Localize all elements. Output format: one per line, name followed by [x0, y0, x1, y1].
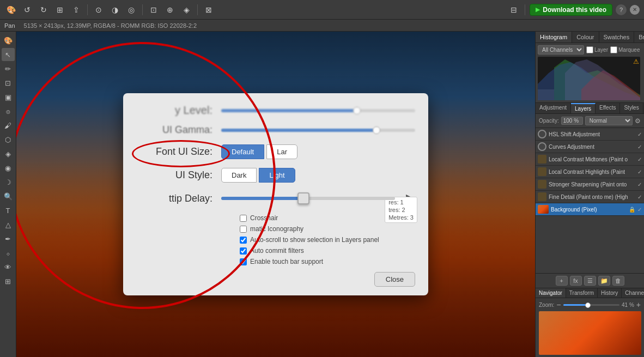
separator-3 — [197, 4, 198, 15]
layer-check: ✓ — [637, 169, 642, 175]
redo-icon[interactable]: ↻ — [37, 3, 50, 16]
zoom-slider[interactable] — [563, 304, 619, 306]
tool-fill[interactable]: ⬡ — [2, 133, 15, 146]
view-icon[interactable]: ⊞ — [53, 3, 66, 16]
navigator-tabs: Navigator Transform History Channels — [536, 288, 644, 298]
layer-item[interactable]: Stronger Sharpening (Paint onto ✓ — [536, 178, 644, 191]
folder-button[interactable]: 📁 — [598, 276, 610, 286]
iconography-checkbox[interactable] — [240, 226, 247, 233]
download-video-button[interactable]: Download this video — [530, 4, 612, 16]
tab-layers[interactable]: Layers — [571, 103, 596, 113]
zoom-plus-button[interactable]: + — [636, 300, 641, 309]
autoscroll-checkbox[interactable] — [240, 237, 247, 244]
tip-delay-slider[interactable] — [221, 197, 395, 200]
touchbar-checkbox[interactable] — [240, 258, 247, 265]
select-icon[interactable]: ⊕ — [163, 3, 177, 16]
tab-swatches[interactable]: Swatches — [599, 32, 635, 43]
separator-2 — [142, 4, 143, 15]
tab-effects[interactable]: Effects — [596, 103, 620, 113]
channel-select[interactable]: All Channels — [538, 45, 584, 55]
affinity-icon[interactable]: 🎨 — [4, 3, 17, 16]
autocommit-checkbox[interactable] — [240, 247, 247, 255]
tool-dodge[interactable]: ☽ — [2, 176, 15, 189]
layer-item-background[interactable]: Background (Pixel) 🔒 ✓ — [536, 203, 644, 216]
gear-icon[interactable]: ⚙ — [635, 117, 641, 125]
tool-type[interactable]: T — [2, 204, 15, 217]
histogram-area: All Channels Layer Marquee ⚠ — [536, 43, 644, 103]
tab-histogram[interactable]: Histogram — [536, 32, 572, 43]
mask-button[interactable]: ☰ — [584, 276, 596, 286]
tool-zoom[interactable]: 🔍 — [2, 190, 15, 203]
layer-name-bg: Background (Pixel) — [551, 207, 627, 213]
tool-crop-left[interactable]: ⊡ — [2, 76, 15, 89]
zoom-minus-button[interactable]: − — [556, 300, 561, 309]
tool-pointer[interactable]: ↖ — [2, 48, 15, 61]
levels-icon[interactable]: ◑ — [108, 3, 121, 16]
layer-item[interactable]: Local Contrast Highlights (Paint ✓ — [536, 166, 644, 178]
tool-pen[interactable]: ✒ — [2, 232, 15, 245]
layer-check: ✓ — [637, 194, 642, 200]
layer-name: Stronger Sharpening (Paint onto — [549, 181, 635, 187]
layer-item[interactable]: HSL Shift Adjustment ✓ — [536, 128, 644, 141]
zoom-slider-thumb[interactable] — [585, 302, 591, 308]
font-large-button[interactable]: Lar — [266, 144, 297, 159]
layer-check: ✓ — [637, 156, 642, 162]
layer-item[interactable]: Fine Detail (Paint onto me) (High ✓ — [536, 191, 644, 203]
ui-dark-button[interactable]: Dark — [221, 168, 257, 183]
layer-checkbox[interactable] — [586, 46, 593, 53]
zoom-tool-icon[interactable]: ⊠ — [202, 3, 215, 16]
tab-transform[interactable]: Transform — [566, 288, 598, 298]
metres-2: tres: 2 — [388, 206, 414, 214]
share-icon[interactable]: ⇪ — [70, 3, 83, 16]
layer-item[interactable]: Curves Adjustment ✓ — [536, 141, 644, 153]
tool-affinity[interactable]: 🎨 — [2, 34, 15, 47]
curves-icon[interactable]: ◎ — [125, 3, 138, 16]
crosshair-checkbox[interactable] — [240, 215, 247, 222]
autoscroll-row: Auto-scroll to show selection in Layers … — [153, 236, 415, 244]
arrange-icon[interactable]: ⊟ — [507, 3, 520, 16]
tool-select[interactable]: ▣ — [2, 90, 15, 104]
opacity-input[interactable] — [561, 117, 583, 125]
tool-view-left[interactable]: 👁 — [2, 261, 15, 274]
mask-icon[interactable]: ◈ — [180, 3, 193, 16]
layer-item[interactable]: Local Contrast Midtones (Paint o ✓ — [536, 153, 644, 166]
add-layer-button[interactable]: + — [556, 276, 568, 286]
canvas-area: y Level: UI Gamma: Font UI S — [16, 32, 535, 357]
checkbox-section: Crosshair matic Iconography Auto-scroll … — [136, 214, 415, 265]
delete-button[interactable]: 🗑 — [612, 276, 624, 286]
tool-lasso[interactable]: ⌾ — [2, 105, 15, 118]
tab-channels[interactable]: Channels — [622, 288, 644, 298]
zoom-row: Zoom: − 41 % + — [539, 300, 641, 309]
tab-colour[interactable]: Colour — [572, 32, 599, 43]
tool-shape[interactable]: △ — [2, 218, 15, 231]
gamma-slider — [221, 129, 415, 132]
crop-icon[interactable]: ⊡ — [147, 3, 160, 16]
tab-history[interactable]: History — [598, 288, 622, 298]
undo-icon[interactable]: ↺ — [21, 3, 34, 16]
crosshair-row: Crosshair — [153, 214, 415, 222]
close-window-button[interactable]: ✕ — [630, 5, 640, 15]
color-wheel-icon[interactable]: ⊙ — [92, 3, 105, 16]
font-default-button[interactable]: Default — [221, 144, 264, 159]
tool-node[interactable]: ⬦ — [2, 246, 15, 259]
tab-styles[interactable]: Styles — [620, 103, 643, 113]
tab-adjustment[interactable]: Adjustment — [536, 103, 571, 113]
help-button[interactable]: ? — [616, 4, 627, 15]
tool-paint[interactable]: ✏ — [2, 62, 15, 75]
svg-marker-4 — [565, 59, 640, 100]
layer-thumb — [538, 142, 546, 151]
blend-mode-select[interactable]: Normal — [585, 116, 633, 125]
zoom-slider-fill — [563, 304, 586, 306]
marquee-checkbox[interactable] — [610, 46, 617, 53]
tool-slice[interactable]: ⊞ — [2, 275, 15, 288]
tool-retouch[interactable]: ◉ — [2, 161, 15, 174]
separator-4 — [525, 4, 525, 15]
ui-light-button[interactable]: Light — [259, 168, 295, 183]
tab-navigator[interactable]: Navigator — [536, 288, 566, 298]
tool-brush[interactable]: 🖌 — [2, 119, 15, 132]
tab-brushes[interactable]: Brushes — [634, 32, 644, 43]
fx-button[interactable]: fx — [570, 276, 582, 286]
tool-clone[interactable]: ◈ — [2, 147, 15, 160]
dialog-close-button[interactable]: Close — [374, 272, 415, 287]
ui-style-label: UI Style: — [136, 170, 212, 181]
